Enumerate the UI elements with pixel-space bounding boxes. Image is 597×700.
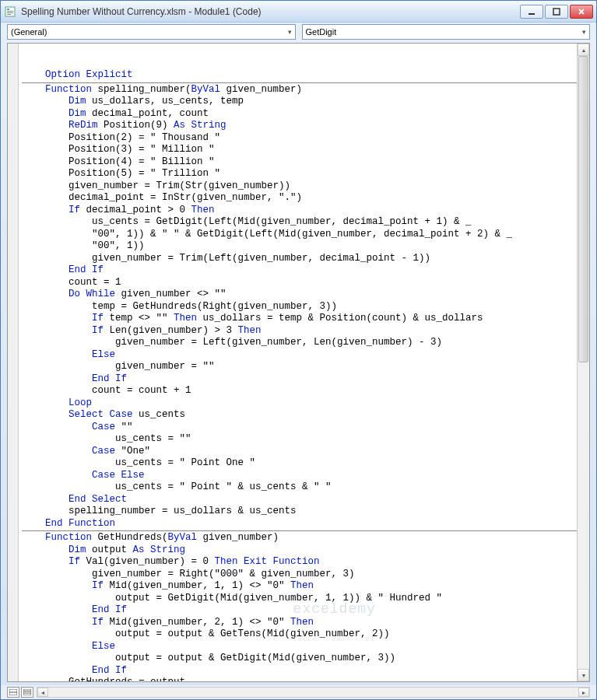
scroll-down-arrow[interactable]: ▾	[578, 669, 589, 681]
code-line[interactable]: Do While given_number <> ""	[22, 289, 577, 301]
code-line[interactable]: output = GetDigit(Mid(given_number, 1, 1…	[22, 593, 577, 605]
code-line[interactable]: us_cents = " Point " & us_cents & " "	[22, 481, 577, 494]
window-controls	[520, 5, 593, 19]
code-line[interactable]: "00", 1))	[22, 240, 577, 253]
code-line[interactable]: Dim us_dollars, us_cents, temp	[22, 96, 577, 108]
code-line[interactable]: given_number = Left(given_number, Len(gi…	[22, 337, 577, 349]
minimize-button[interactable]	[520, 5, 543, 19]
chevron-down-icon: ▾	[582, 28, 586, 36]
window-title: Spelling Number Without Currency.xlsm - …	[21, 6, 520, 17]
code-line[interactable]: temp = GetHundreds(Right(given_number, 3…	[22, 301, 577, 313]
code-line[interactable]: If Mid(given_number, 1, 1) <> "0" Then	[22, 580, 577, 593]
code-line[interactable]: Select Case us_cents	[22, 409, 577, 422]
code-line[interactable]: Position(3) = " Million "	[22, 144, 577, 156]
svg-rect-2	[7, 11, 13, 12]
code-line[interactable]: End If	[22, 264, 577, 277]
code-line[interactable]: decimal_point = InStr(given_number, ".")	[22, 192, 577, 205]
margin-indicator[interactable]	[8, 44, 19, 681]
code-line[interactable]: Position(2) = " Thousand "	[22, 132, 577, 145]
vba-editor-window: Spelling Number Without Currency.xlsm - …	[0, 0, 597, 700]
chevron-down-icon: ▾	[288, 28, 292, 36]
scroll-up-arrow[interactable]: ▴	[578, 44, 589, 56]
svg-rect-5	[529, 13, 535, 15]
vertical-scrollbar[interactable]: ▴ ▾	[577, 44, 589, 681]
code-line[interactable]: Option Explicit	[22, 69, 577, 82]
code-line[interactable]: End If	[22, 604, 577, 617]
full-module-view-button[interactable]	[21, 687, 33, 698]
object-dropdown[interactable]: (General) ▾	[7, 24, 296, 40]
code-line[interactable]: Case "One"	[22, 446, 577, 458]
scroll-thumb[interactable]	[578, 56, 588, 362]
code-line[interactable]: spelling_number = us_dollars & us_cents	[22, 506, 577, 518]
svg-rect-3	[7, 12, 13, 13]
code-line[interactable]: Position(4) = " Billion "	[22, 156, 577, 169]
code-line[interactable]: given_number = Trim(Left(given_number, d…	[22, 253, 577, 265]
code-line[interactable]: End If	[22, 373, 577, 386]
code-line[interactable]: count = count + 1	[22, 385, 577, 397]
horizontal-scrollbar[interactable]: ◂ ▸	[37, 687, 590, 698]
code-line[interactable]: If Mid(given_number, 2, 1) <> "0" Then	[22, 617, 577, 629]
code-editor[interactable]: Option Explicit Function spelling_number…	[19, 44, 577, 681]
svg-rect-1	[7, 9, 9, 10]
code-line[interactable]: Case Else	[22, 470, 577, 482]
code-line[interactable]: Else	[22, 641, 577, 653]
svg-rect-9	[23, 689, 31, 695]
code-line[interactable]: output = output & GetDigit(Mid(given_num…	[22, 653, 577, 665]
code-line[interactable]: If decimal_point > 0 Then	[22, 205, 577, 217]
procedure-view-button[interactable]	[7, 687, 19, 698]
code-line[interactable]: Function GetHundreds(ByVal given_number)	[22, 532, 577, 544]
scroll-track[interactable]	[578, 56, 589, 669]
code-line[interactable]: us_cents = ""	[22, 433, 577, 446]
object-dropdown-value: (General)	[11, 27, 47, 37]
code-line[interactable]: Else	[22, 349, 577, 362]
code-container: Option Explicit Function spelling_number…	[7, 43, 590, 682]
code-line[interactable]: us_cents = " Point One "	[22, 457, 577, 470]
code-line[interactable]: Dim decimal_point, count	[22, 108, 577, 121]
module-icon	[4, 5, 16, 18]
code-line[interactable]: given_number = Trim(Str(given_number))	[22, 180, 577, 193]
procedure-dropdown[interactable]: GetDigit ▾	[302, 24, 591, 40]
dropdown-row: (General) ▾ GetDigit ▾	[1, 23, 596, 41]
svg-rect-6	[553, 9, 560, 15]
code-line[interactable]: GetHundreds = output	[22, 677, 577, 681]
code-line[interactable]: output = output & GetTens(Mid(given_numb…	[22, 628, 577, 641]
close-button[interactable]	[570, 5, 593, 19]
procedure-separator	[22, 82, 577, 83]
scroll-left-arrow[interactable]: ◂	[37, 688, 48, 697]
code-line[interactable]: given_number = ""	[22, 361, 577, 373]
code-line[interactable]: us_cents = GetDigit(Left(Mid(given_numbe…	[22, 216, 577, 229]
titlebar[interactable]: Spelling Number Without Currency.xlsm - …	[1, 1, 596, 23]
code-line[interactable]: ReDim Position(9) As String	[22, 120, 577, 132]
code-line[interactable]: If Len(given_number) > 3 Then	[22, 325, 577, 338]
code-line[interactable]: count = 1	[22, 277, 577, 289]
code-line[interactable]: Position(5) = " Trillion "	[22, 168, 577, 180]
maximize-button[interactable]	[545, 5, 568, 19]
code-line[interactable]: End Function	[22, 518, 577, 530]
procedure-separator	[22, 530, 577, 531]
bottom-bar: ◂ ▸	[1, 685, 596, 699]
code-line[interactable]: If temp <> "" Then us_dollars = temp & P…	[22, 313, 577, 325]
code-line[interactable]: Function spelling_number(ByVal given_num…	[22, 84, 577, 96]
code-line[interactable]: Case ""	[22, 422, 577, 434]
code-line[interactable]: "00", 1)) & " " & GetDigit(Left(Mid(give…	[22, 229, 577, 241]
code-line[interactable]: If Val(given_number) = 0 Then Exit Funct…	[22, 556, 577, 569]
scroll-right-arrow[interactable]: ▸	[578, 688, 589, 697]
code-line[interactable]: End If	[22, 665, 577, 677]
code-line[interactable]: Dim output As String	[22, 544, 577, 557]
code-line[interactable]: Loop	[22, 397, 577, 410]
code-line[interactable]: given_number = Right("000" & given_numbe…	[22, 569, 577, 581]
code-line[interactable]: End Select	[22, 494, 577, 506]
procedure-dropdown-value: GetDigit	[306, 27, 337, 37]
svg-rect-4	[7, 14, 11, 15]
